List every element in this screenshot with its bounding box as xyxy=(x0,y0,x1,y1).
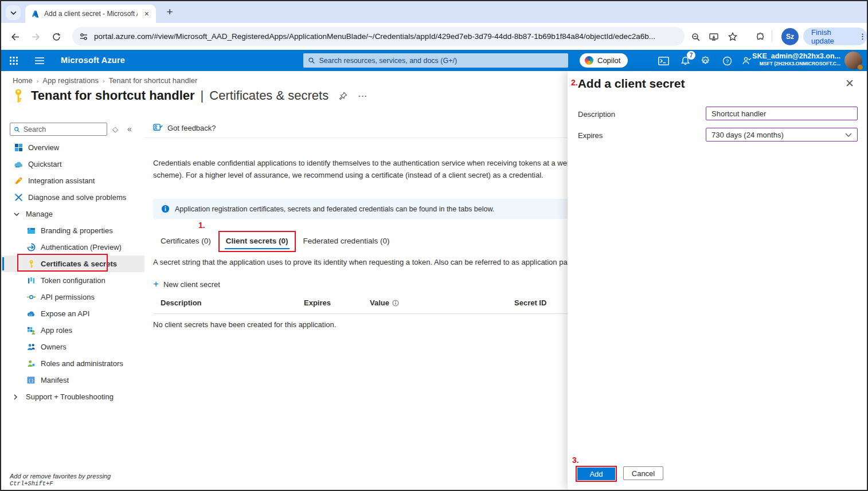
new-client-secret-button[interactable]: + New client secret xyxy=(153,280,220,289)
intro-line-1: Credentials enable confidential applicat… xyxy=(153,157,568,169)
back-icon[interactable] xyxy=(8,30,22,44)
extensions-icon[interactable] xyxy=(753,30,767,44)
key-icon xyxy=(26,260,36,269)
breadcrumb-separator: › xyxy=(103,77,105,84)
copilot-label: Copilot xyxy=(597,56,620,65)
api-permissions-icon xyxy=(26,293,36,302)
sidebar-menu: Overview Quickstart Integration assistan… xyxy=(1,139,144,405)
forward-icon[interactable] xyxy=(29,30,42,44)
account-info[interactable]: SKE_admin@2h2hx3.on... MSFT (2H2HX3.ONMI… xyxy=(752,52,840,67)
sidebar-item-label: App roles xyxy=(41,326,72,335)
app-roles-icon xyxy=(26,326,36,335)
sidebar-search-option-icon[interactable]: ◇ xyxy=(112,125,118,133)
sidebar-item-owners[interactable]: Owners xyxy=(1,339,144,355)
sidebar-item-diagnose[interactable]: Diagnose and solve problems xyxy=(1,189,144,206)
help-icon[interactable]: ? xyxy=(720,54,734,68)
sidebar-item-label: Expose an API xyxy=(41,309,89,318)
notifications-icon[interactable]: 7 xyxy=(678,54,692,68)
sidebar-item-integration-assistant[interactable]: Integration assistant xyxy=(1,172,144,189)
more-icon[interactable]: ⋯ xyxy=(358,91,367,101)
expires-dropdown[interactable]: 730 days (24 months) xyxy=(706,128,858,142)
tab-list-chevron-icon[interactable] xyxy=(6,5,21,20)
sidebar-collapse-icon[interactable]: « xyxy=(127,124,132,133)
new-client-secret-label: New client secret xyxy=(163,280,220,289)
browser-tabstrip: Add a client secret - Microsoft A × + xyxy=(1,1,867,23)
hamburger-icon[interactable] xyxy=(33,54,46,68)
copilot-button[interactable]: Copilot xyxy=(580,53,628,68)
sidebar-item-label: Quickstart xyxy=(28,160,62,168)
tab-close-icon[interactable]: × xyxy=(142,9,151,19)
sidebar-item-label: Branding & properties xyxy=(41,226,113,235)
close-icon[interactable]: ✕ xyxy=(845,78,854,89)
browser-toolbar: portal.azure.com/#view/Microsoft_AAD_Reg… xyxy=(1,23,867,50)
sidebar-group-manage[interactable]: Manage xyxy=(1,206,144,222)
diagnose-icon xyxy=(14,193,23,202)
breadcrumb-separator: › xyxy=(37,77,39,84)
expires-value: 730 days (24 months) xyxy=(711,131,784,139)
cloud-shell-icon[interactable] xyxy=(656,54,670,68)
favorites-hint: Add or remove favorites by pressing Ctrl… xyxy=(10,473,144,487)
settings-gear-icon[interactable] xyxy=(699,54,713,68)
browser-profile-avatar[interactable]: Sz xyxy=(781,28,799,45)
add-button[interactable]: Add xyxy=(577,468,615,480)
info-banner: Application registration certificates, s… xyxy=(153,199,568,219)
notification-badge: 7 xyxy=(687,51,695,60)
column-description: Description xyxy=(161,298,202,307)
new-tab-icon[interactable]: + xyxy=(163,6,177,19)
breadcrumb-app-registrations[interactable]: App registrations xyxy=(42,76,99,85)
browser-tab[interactable]: Add a client secret - Microsoft A × xyxy=(25,5,156,23)
sidebar-item-api-permissions[interactable]: API permissions xyxy=(1,289,144,305)
browser-menu-icon[interactable]: ⋮ xyxy=(859,36,861,38)
refresh-icon[interactable] xyxy=(49,30,63,44)
page-title-text: Tenant for shortcut handler xyxy=(31,88,195,103)
integration-assistant-icon xyxy=(14,176,23,186)
sidebar-group-support[interactable]: Support + Troubleshooting xyxy=(1,388,144,405)
sidebar-item-manifest[interactable]: () Manifest xyxy=(1,372,144,388)
got-feedback-button[interactable]: Got feedback? xyxy=(144,119,568,138)
send-to-devices-icon[interactable] xyxy=(707,30,721,44)
info-icon xyxy=(161,205,170,213)
description-label: Description xyxy=(578,110,615,119)
sidebar-group-label: Manage xyxy=(26,210,53,218)
pin-icon[interactable] xyxy=(339,92,347,100)
sidebar-item-quickstart[interactable]: Quickstart xyxy=(1,156,144,172)
waffle-icon[interactable] xyxy=(7,54,21,68)
intro-line-2: scheme). For a higher level of assurance… xyxy=(153,169,568,181)
url-bar[interactable]: portal.azure.com/#view/Microsoft_AAD_Reg… xyxy=(72,27,685,46)
sidebar-item-overview[interactable]: Overview xyxy=(1,139,144,156)
bookmark-star-icon[interactable] xyxy=(726,30,740,44)
sidebar-item-branding[interactable]: Branding & properties xyxy=(1,222,144,239)
site-settings-icon[interactable] xyxy=(79,32,88,41)
sidebar-item-expose-api[interactable]: Expose an API xyxy=(1,305,144,322)
sidebar-item-authentication[interactable]: Authentication (Preview) xyxy=(1,239,144,256)
breadcrumb-home[interactable]: Home xyxy=(13,76,33,85)
sidebar-item-app-roles[interactable]: App roles xyxy=(1,322,144,339)
tab-client-secrets[interactable]: Client secrets (0) xyxy=(218,231,296,252)
search-icon xyxy=(308,57,315,64)
sidebar-item-certificates-secrets[interactable]: Certificates & secrets xyxy=(1,256,144,272)
main-content: Got feedback? Credentials enable confide… xyxy=(144,119,568,490)
azure-favicon xyxy=(31,10,40,18)
azure-search-input[interactable] xyxy=(319,57,564,65)
azure-search-box[interactable] xyxy=(303,53,568,68)
finish-update-button[interactable]: Finish update ⋮ xyxy=(803,28,867,45)
credentials-tabs: Certificates (0) Client secrets (0) Fede… xyxy=(153,231,397,252)
breadcrumb-current[interactable]: Tenant for shortcut handler xyxy=(109,76,198,85)
sidebar-search-box[interactable] xyxy=(10,123,107,136)
sidebar-item-roles-administrators[interactable]: Roles and administrators xyxy=(1,355,144,372)
value-info-icon[interactable] xyxy=(392,300,399,307)
sidebar-item-label: Diagnose and solve problems xyxy=(28,193,126,202)
sidebar-item-label: Overview xyxy=(28,143,59,152)
sidebar-search-input[interactable] xyxy=(24,125,103,133)
finish-update-label: Finish update xyxy=(811,28,854,45)
tab-federated-credentials[interactable]: Federated credentials (0) xyxy=(296,231,397,252)
azure-brand[interactable]: Microsoft Azure xyxy=(61,56,125,65)
tab-certificates[interactable]: Certificates (0) xyxy=(153,231,218,252)
description-input[interactable]: Shortcut handler xyxy=(706,107,858,120)
zoom-icon[interactable] xyxy=(689,30,702,44)
account-avatar[interactable] xyxy=(844,52,862,69)
page-title-separator: | xyxy=(201,88,204,103)
branding-icon xyxy=(26,226,36,235)
cancel-button[interactable]: Cancel xyxy=(623,466,663,480)
sidebar-item-token-configuration[interactable]: Token configuration xyxy=(1,272,144,289)
